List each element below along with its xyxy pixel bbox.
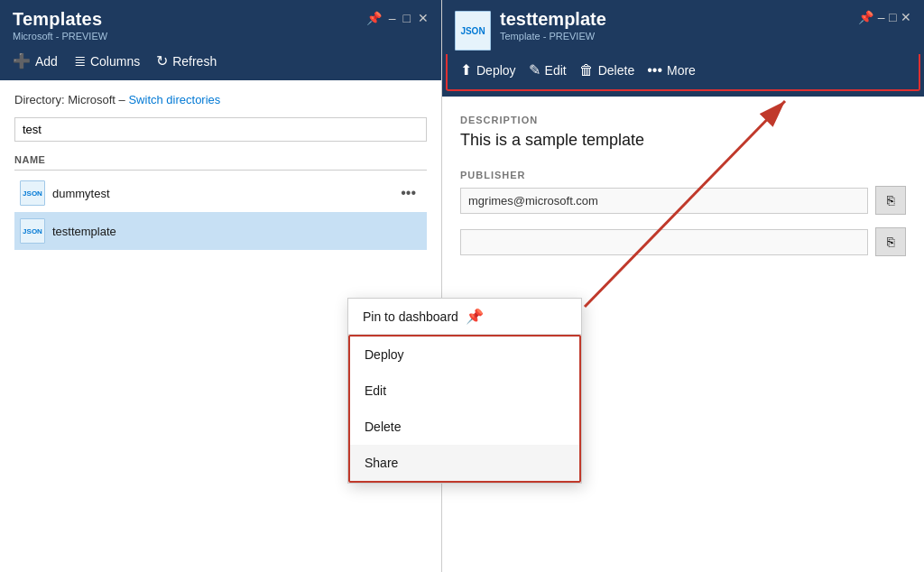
item-more-button-dummytest[interactable]: ••• [395,183,421,203]
edit-button[interactable]: ✎ Edit [529,61,567,78]
pin-icon[interactable]: 📌 [366,11,382,25]
context-menu-header: Pin to dashboard 📌 [348,299,581,335]
json-file-icon-selected: JSON [20,218,45,244]
restore-icon-right[interactable]: □ [889,10,896,24]
close-icon-right[interactable]: ✕ [901,10,911,24]
left-panel: Templates Microsoft - PREVIEW 📌 – □ ✕ ➕ … [0,0,442,572]
context-pin-icon: 📌 [466,308,484,325]
left-title-text: Templates Microsoft - PREVIEW [13,9,107,42]
more-icon: ••• [647,62,662,78]
description-label: DESCRIPTION [460,115,906,125]
left-title-bar: Templates Microsoft - PREVIEW 📌 – □ ✕ [0,0,441,45]
pin-icon-right[interactable]: 📌 [858,10,873,24]
left-toolbar: ➕ Add ≣ Columns ↻ Refresh [0,45,441,80]
left-panel-subtitle: Microsoft - PREVIEW [13,31,107,42]
refresh-button[interactable]: ↻ Refresh [156,52,217,69]
switch-directories-link[interactable]: Switch directories [128,93,220,106]
close-icon[interactable]: ✕ [418,11,429,25]
minimize-icon[interactable]: – [389,11,396,25]
right-title-bar: JSON testtemplate Template - PREVIEW 📌 –… [442,0,924,54]
right-toolbar: ⬆ Deploy ✎ Edit 🗑 Delete ••• More [446,54,920,91]
list-item-selected[interactable]: JSON testtemplate [14,212,427,250]
column-header: NAME [14,154,427,171]
context-share-item[interactable]: Share [350,445,579,481]
minimize-icon-right[interactable]: – [878,10,885,24]
right-panel: JSON testtemplate Template - PREVIEW 📌 –… [442,0,924,572]
delete-button[interactable]: 🗑 Delete [579,62,634,78]
delete-icon: 🗑 [579,62,594,78]
extra-row: ⎘ [460,227,906,256]
columns-button[interactable]: ≣ Columns [74,52,140,69]
list-item[interactable]: JSON dummytest ••• [14,174,427,212]
big-json-icon: JSON [455,11,491,51]
edit-icon: ✎ [529,61,541,78]
copy-button-2[interactable]: ⎘ [875,227,906,256]
directory-value: Microsoft – [68,93,128,106]
right-panel-title: testtemplate [500,9,606,30]
right-panel-subtitle: Template - PREVIEW [500,31,606,42]
columns-icon: ≣ [74,52,86,69]
context-deploy-item[interactable]: Deploy [350,337,579,373]
extra-input[interactable] [460,229,868,255]
publisher-input[interactable] [460,188,868,214]
deploy-icon: ⬆ [460,61,472,78]
copy-button[interactable]: ⎘ [875,186,906,215]
right-title-text: testtemplate Template - PREVIEW [500,9,606,42]
item-name-testtemplate: testtemplate [52,225,421,238]
json-file-icon: JSON [20,180,45,206]
refresh-icon: ↻ [156,52,168,69]
context-menu-items: Deploy Edit Delete Share [348,335,581,483]
publisher-label: PUBLISHER [460,170,906,180]
more-button[interactable]: ••• More [647,62,696,78]
deploy-button[interactable]: ⬆ Deploy [460,61,516,78]
add-button[interactable]: ➕ Add [13,52,58,69]
directory-label: Directory: [14,93,65,106]
context-pin-label: Pin to dashboard [363,309,458,324]
context-delete-item[interactable]: Delete [350,409,579,445]
left-panel-title: Templates [13,9,107,30]
description-value: This is a sample template [460,131,906,150]
restore-icon[interactable]: □ [403,11,411,25]
left-win-controls: 📌 – □ ✕ [366,11,429,25]
item-name-dummytest: dummytest [52,187,395,200]
right-win-controls: 📌 – □ ✕ [858,9,911,25]
add-icon: ➕ [13,52,31,69]
right-toolbar-wrapper: ⬆ Deploy ✎ Edit 🗑 Delete ••• More [442,54,924,97]
context-menu: Pin to dashboard 📌 Deploy Edit Delete Sh… [347,298,582,484]
context-edit-item[interactable]: Edit [350,373,579,409]
search-input[interactable] [14,117,427,142]
directory-bar: Directory: Microsoft – Switch directorie… [14,93,427,106]
right-title-area: JSON testtemplate Template - PREVIEW [455,9,606,51]
publisher-row: ⎘ [460,186,906,215]
